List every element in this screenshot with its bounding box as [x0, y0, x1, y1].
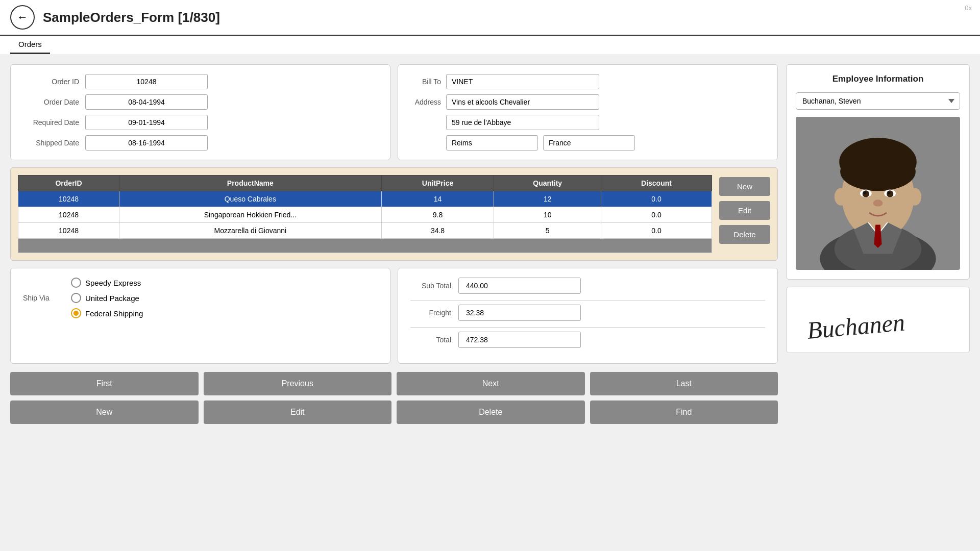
signature-card: Buchanen: [786, 287, 970, 353]
cell-orderid: 10248: [18, 207, 119, 223]
shipped-date-input[interactable]: [85, 135, 208, 151]
address-line2-input[interactable]: [446, 115, 599, 130]
cell-discount: 0.0: [601, 207, 712, 223]
col-orderid: OrderID: [18, 176, 119, 191]
bill-to-label: Bill To: [410, 78, 441, 86]
cell-product: Queso Cabrales: [119, 191, 382, 207]
cell-discount: 0.0: [601, 223, 712, 239]
address-line1-input[interactable]: [446, 94, 599, 110]
next-button[interactable]: Next: [397, 372, 585, 395]
radio-united-package[interactable]: United Package: [71, 293, 143, 303]
cell-discount: 0.0: [601, 191, 712, 207]
total-input[interactable]: [458, 332, 581, 348]
table-row[interactable]: 10248 Queso Cabrales 14 12 0.0: [18, 191, 712, 207]
table-row-empty: [18, 239, 712, 253]
cell-product: Mozzarella di Giovanni: [119, 223, 382, 239]
cell-quantity: 5: [494, 223, 601, 239]
cell-orderid: 10248: [18, 223, 119, 239]
svg-point-15: [908, 188, 922, 206]
city-input[interactable]: [446, 135, 538, 151]
orders-detail-table: OrderID ProductName UnitPrice Quantity D…: [18, 175, 712, 253]
radio-federal-shipping[interactable]: Federal Shipping: [71, 308, 143, 318]
order-date-input[interactable]: [85, 94, 208, 110]
cell-quantity: 10: [494, 207, 601, 223]
address-label: Address: [410, 98, 441, 106]
col-quantity: Quantity: [494, 176, 601, 191]
table-row[interactable]: 10248 Mozzarella di Giovanni 34.8 5 0.0: [18, 223, 712, 239]
radio-speedy-express[interactable]: Speedy Express: [71, 278, 143, 288]
col-unitprice: UnitPrice: [381, 176, 494, 191]
order-id-input[interactable]: [85, 74, 208, 89]
page-title: SampleOrders_Form [1/830]: [43, 10, 220, 26]
freight-label: Freight: [410, 309, 451, 317]
cell-unitprice: 34.8: [381, 223, 494, 239]
cell-orderid: 10248: [18, 191, 119, 207]
order-date-label: Order Date: [23, 98, 79, 106]
table-new-button[interactable]: New: [719, 177, 770, 196]
bill-to-input[interactable]: [446, 74, 599, 89]
freight-input[interactable]: [458, 305, 581, 321]
order-id-label: Order ID: [23, 78, 79, 86]
nav-button-group: First Previous Next Last New Edit Delete…: [10, 372, 778, 424]
new-button[interactable]: New: [10, 400, 199, 424]
sub-total-label: Sub Total: [410, 282, 451, 290]
country-input[interactable]: [543, 135, 635, 151]
back-button[interactable]: ←: [10, 5, 35, 30]
speedy-express-label: Speedy Express: [85, 279, 141, 287]
required-date-input[interactable]: [85, 115, 208, 130]
svg-point-6: [840, 153, 916, 191]
table-row[interactable]: 10248 Singaporean Hokkien Fried... 9.8 1…: [18, 207, 712, 223]
cell-unitprice: 9.8: [381, 207, 494, 223]
svg-point-14: [835, 188, 848, 206]
employee-select[interactable]: Buchanan, Steven Davolio, Nancy Fuller, …: [796, 92, 960, 110]
united-package-label: United Package: [85, 294, 139, 303]
svg-point-12: [888, 191, 891, 194]
sub-total-input[interactable]: [458, 278, 581, 294]
previous-button[interactable]: Previous: [204, 372, 392, 395]
delete-button[interactable]: Delete: [397, 400, 585, 424]
table-edit-button[interactable]: Edit: [719, 201, 770, 220]
employee-section-title: Employee Information: [796, 74, 960, 84]
back-icon: ←: [17, 11, 28, 24]
required-date-label: Required Date: [23, 118, 79, 127]
cell-quantity: 12: [494, 191, 601, 207]
shipped-date-label: Shipped Date: [23, 139, 79, 147]
first-button[interactable]: First: [10, 372, 199, 395]
cell-product: Singaporean Hokkien Fried...: [119, 207, 382, 223]
table-delete-button[interactable]: Delete: [719, 225, 770, 244]
svg-text:Buchanen: Buchanen: [806, 309, 906, 343]
wx-label: 0x: [965, 4, 972, 12]
col-productname: ProductName: [119, 176, 382, 191]
cell-unitprice: 14: [381, 191, 494, 207]
last-button[interactable]: Last: [590, 372, 778, 395]
tab-orders[interactable]: Orders: [10, 36, 50, 54]
svg-point-11: [864, 191, 867, 194]
employee-photo: [796, 117, 960, 270]
find-button[interactable]: Find: [590, 400, 778, 424]
federal-shipping-label: Federal Shipping: [85, 309, 143, 318]
edit-button[interactable]: Edit: [204, 400, 392, 424]
ship-via-label: Ship Via: [23, 294, 64, 302]
total-label: Total: [410, 336, 451, 344]
svg-point-13: [873, 199, 883, 206]
col-discount: Discount: [601, 176, 712, 191]
